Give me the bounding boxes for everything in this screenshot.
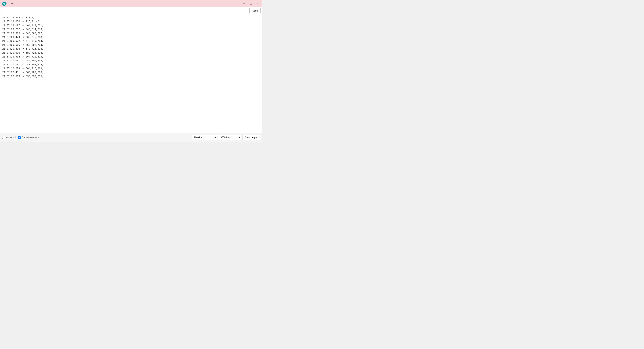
show-timestamp-checkbox[interactable] <box>18 136 21 139</box>
send-button[interactable]: Send <box>250 8 261 13</box>
autoscroll-group: Autoscroll <box>2 136 16 139</box>
serial-line: 21:37:29.479 -> 668,675,788, <box>2 35 260 39</box>
serial-line: 21:37:29.900 -> 680,725,828, <box>2 51 260 55</box>
serial-line: 21:37:30.087 -> 645,706,809, <box>2 59 260 62</box>
autoscroll-label[interactable]: Autoscroll <box>6 136 16 138</box>
title-bar: COM3 − □ × <box>0 0 262 7</box>
close-button[interactable]: × <box>256 2 260 6</box>
serial-line: 21:37:30.411 -> 669,707,806, <box>2 70 260 74</box>
serial-line: 21:37:28.963 -> 0,0,0, <box>2 16 260 20</box>
serial-line: 21:37:29.572 -> 678,679,784, <box>2 39 260 43</box>
serial-line: 21:37:30.503 -> 599,637,735, <box>2 74 260 78</box>
serial-monitor-window: COM3 − □ × Send 21:37:28.963 -> 0,0,0,21… <box>0 0 262 142</box>
clear-output-button[interactable]: Clear output <box>242 135 260 140</box>
show-timestamp-group: Show timestamp <box>18 136 39 139</box>
minimize-button[interactable]: − <box>242 2 246 6</box>
bottom-bar: Autoscroll Show timestamp NewlineNo line… <box>0 133 262 142</box>
serial-line: 21:37:29.056 -> 225,91,401, <box>2 20 260 24</box>
autoscroll-checkbox[interactable] <box>2 136 5 139</box>
arduino-logo <box>2 2 6 6</box>
serial-line: 21:37:29.292 -> 543,614,719, <box>2 28 260 31</box>
serial-line: 21:37:29.385 -> 643,666,777, <box>2 32 260 35</box>
bottom-right-controls: NewlineNo line endingCarriage returnBoth… <box>192 135 260 140</box>
serial-line: 21:37:30.181 -> 647,702,814, <box>2 63 260 66</box>
show-timestamp-label[interactable]: Show timestamp <box>22 136 39 138</box>
newline-dropdown[interactable]: NewlineNo line endingCarriage returnBoth… <box>192 135 217 140</box>
serial-line: 21:37:30.273 -> 664,716,809, <box>2 66 260 70</box>
window-title: COM3 <box>8 2 242 5</box>
serial-line: 21:37:29.994 -> 664,719,813, <box>2 55 260 59</box>
serial-line: 21:37:29.666 -> 669,692,794, <box>2 43 260 47</box>
window-controls: − □ × <box>242 2 260 6</box>
message-input[interactable] <box>2 8 248 13</box>
maximize-button[interactable]: □ <box>249 2 253 6</box>
baud-rate-dropdown[interactable]: 300 baud1200 baud2400 baud4800 baud9600 … <box>218 135 241 140</box>
serial-line: 21:37:29.197 -> 404,413,631, <box>2 24 260 28</box>
input-bar: Send <box>0 7 262 14</box>
serial-line: 21:37:29.806 -> 678,716,816, <box>2 47 260 51</box>
serial-output-area[interactable]: 21:37:28.963 -> 0,0,0,21:37:29.056 -> 22… <box>0 14 262 133</box>
